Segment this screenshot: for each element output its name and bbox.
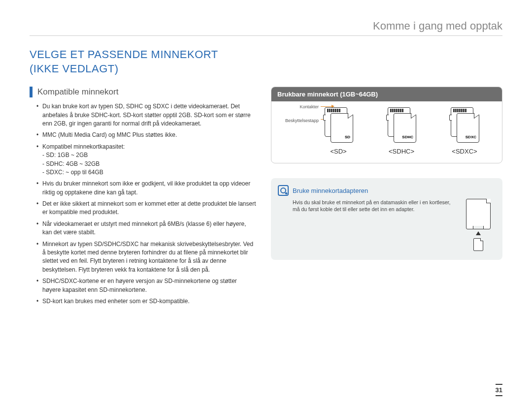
subsection-title: Kompatible minnekort	[37, 87, 118, 97]
tip-title: Bruke minnekortadapteren	[293, 187, 368, 194]
list-item-text: MMC (Multi Media Card) og MMC Plus støtt…	[42, 131, 177, 138]
contacts-label: Kontakter	[274, 104, 319, 109]
sd-card-illustration: SD <SD>	[323, 107, 354, 155]
usable-cards-box: Brukbare minnekort (1GB~64GB) Kontakter …	[271, 87, 502, 163]
title-line2: (IKKE VEDLAGT)	[30, 62, 119, 75]
list-item: Du kan bruke kort av typen SD, SDHC og S…	[36, 102, 256, 128]
card-type-label: <SD>	[330, 148, 346, 155]
list-item-text: Det er ikke sikkert at minnekort som er …	[42, 200, 256, 216]
list-item-text: Minnekort av typen SD/SDHC/SDXC har meka…	[42, 241, 253, 273]
card-part-labels: Kontakter Beskyttelsestapp	[274, 104, 319, 123]
sdhc-logo-icon: SDHC	[402, 135, 413, 139]
section-title: VELGE ET PASSENDE MINNEKORT (IKKE VEDLAG…	[30, 48, 502, 76]
adapter-illustration	[461, 199, 496, 251]
sdxc-card-illustration: SDXC <SDXC>	[449, 107, 480, 155]
list-item-text: SD-kort kan brukes med enheter som er SD…	[42, 298, 190, 305]
chapter-header: Komme i gang med opptak	[30, 20, 502, 36]
tip-text: Hvis du skal bruke et minnekort på en da…	[278, 199, 451, 213]
list-item: Når videokameraet er utstyrt med minneko…	[36, 220, 256, 237]
adapter-tip-box: Bruke minnekortadapteren Hvis du skal br…	[271, 178, 502, 260]
list-item: MMC (Multi Media Card) og MMC Plus støtt…	[36, 131, 256, 139]
list-item-text: SDHC/SDXC-kortene er en høyere versjon a…	[42, 278, 237, 293]
list-item-text: Hvis du bruker minnekort som ikke er god…	[42, 180, 250, 195]
protect-tab-label: Beskyttelsestapp	[274, 118, 319, 123]
list-item: Hvis du bruker minnekort som ikke er god…	[36, 180, 256, 197]
list-item-text: Kompatibel minnekortkapasitet: - SD: 1GB…	[42, 143, 256, 177]
list-item: Kompatibel minnekortkapasitet: - SD: 1GB…	[36, 143, 256, 177]
sd-logo-icon: SD	[345, 135, 350, 139]
list-item: Det er ikke sikkert at minnekort som er …	[36, 200, 256, 217]
sdxc-logo-icon: SDXC	[466, 135, 476, 139]
list-item: SDHC/SDXC-kortene er en høyere versjon a…	[36, 277, 256, 294]
arrow-up-icon	[476, 231, 481, 235]
page-number: 31	[496, 384, 502, 396]
card-type-label: <SDHC>	[389, 148, 414, 155]
list-item-text: Når videokameraet er utstyrt med minneko…	[42, 220, 246, 236]
subsection-header: Kompatible minnekort	[30, 87, 256, 97]
list-item: SD-kort kan brukes med enheter som er SD…	[36, 297, 256, 306]
list-item: Minnekort av typen SD/SDHC/SDXC har meka…	[36, 240, 256, 275]
title-line1: VELGE ET PASSENDE MINNEKORT	[30, 48, 218, 61]
sdhc-card-illustration: SDHC <SDHC>	[386, 107, 417, 155]
arrow-icon	[321, 106, 332, 107]
card-type-label: <SDXC>	[452, 148, 477, 155]
magnifier-icon	[278, 185, 289, 196]
compatible-cards-list: Du kan bruke kort av typen SD, SDHC og S…	[30, 102, 256, 306]
usable-cards-header: Brukbare minnekort (1GB~64GB)	[271, 87, 502, 101]
list-item-text: Du kan bruke kort av typen SD, SDHC og S…	[42, 103, 251, 127]
microsd-icon	[473, 238, 483, 251]
subsection-bar-icon	[30, 87, 33, 97]
